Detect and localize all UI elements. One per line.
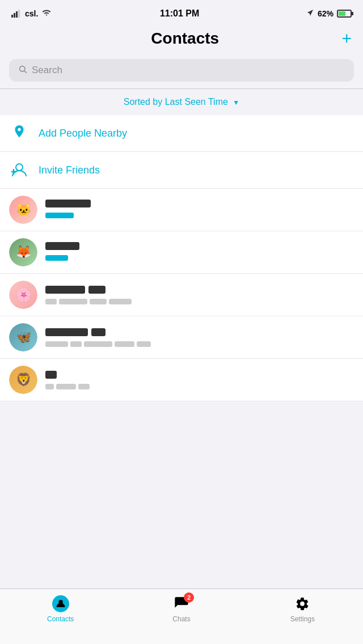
chats-badge: 2 (184, 592, 194, 603)
tab-contacts[interactable]: Contacts (0, 595, 121, 623)
status-battery-area: 62% (307, 9, 352, 18)
svg-line-5 (24, 71, 27, 73)
list-item[interactable]: 🦁 (0, 359, 363, 401)
status-carrier: csl. (11, 9, 52, 18)
svg-rect-2 (16, 11, 18, 18)
contact-sub-2 (56, 384, 76, 389)
svg-point-6 (16, 164, 23, 171)
add-contact-button[interactable]: + (341, 30, 352, 47)
contact-name (45, 328, 88, 336)
status-bar: csl. 11:01 PM 62% (0, 0, 363, 25)
search-container: Search (0, 54, 363, 88)
tab-chats[interactable]: 2 Chats (121, 595, 242, 623)
contact-name (45, 200, 91, 207)
search-icon (18, 65, 27, 76)
sort-label[interactable]: Sorted by Last Seen Time (124, 97, 228, 107)
add-nearby-label: Add People Nearby (39, 128, 127, 139)
contact-sub-2 (70, 341, 82, 347)
wifi-icon (41, 10, 52, 18)
avatar: 🦁 (9, 366, 37, 394)
tab-settings[interactable]: Settings (242, 595, 363, 623)
invite-icon (9, 160, 29, 180)
contact-name-2 (91, 328, 105, 336)
search-placeholder: Search (32, 65, 62, 76)
chats-tab-label: Chats (172, 615, 190, 623)
contact-sub-3 (90, 299, 107, 304)
battery-icon (337, 10, 352, 18)
contact-sub-3 (84, 341, 112, 347)
contact-sub-5 (137, 341, 151, 347)
invite-friends-label: Invite Friends (39, 164, 100, 176)
svg-rect-1 (14, 13, 15, 18)
svg-rect-0 (11, 15, 13, 18)
contact-info (45, 286, 354, 304)
tab-bar: Contacts 2 Chats Settings (0, 588, 363, 644)
contact-sub-4 (115, 341, 134, 347)
contacts-list: Add People Nearby Invite Friends 🐱 (0, 115, 363, 401)
contact-sub-1 (45, 341, 68, 347)
contact-sub-2 (59, 299, 87, 304)
contact-info (45, 328, 354, 347)
chats-tab-icon-wrap: 2 (172, 595, 191, 613)
page-title: Contacts (28, 29, 341, 48)
avatar: 🦋 (9, 323, 37, 351)
contact-sub-4 (109, 299, 132, 304)
contact-name (45, 371, 57, 379)
contact-name-2 (88, 286, 105, 294)
avatar: 🦊 (9, 238, 37, 266)
location-arrow-icon (307, 10, 314, 18)
settings-tab-label: Settings (290, 615, 315, 623)
contact-sub-1 (45, 384, 54, 389)
contact-sub-1 (45, 299, 57, 304)
list-item[interactable]: 🐱 (0, 189, 363, 231)
contacts-tab-icon (52, 595, 69, 612)
svg-rect-3 (18, 10, 20, 18)
contact-info (45, 371, 354, 389)
list-item[interactable]: 🦊 (0, 231, 363, 274)
contacts-tab-icon-wrap (52, 595, 70, 613)
contacts-tab-label: Contacts (47, 615, 74, 623)
contact-status (45, 255, 68, 261)
contact-info (45, 242, 354, 263)
settings-tab-icon (294, 595, 311, 612)
avatar: 🐱 (9, 196, 37, 224)
add-nearby-item[interactable]: Add People Nearby (0, 115, 363, 152)
settings-tab-icon-wrap (293, 595, 311, 613)
contact-info (45, 200, 354, 221)
header: Contacts + (0, 25, 363, 54)
contact-status (45, 213, 74, 218)
contact-name (45, 286, 85, 294)
search-bar[interactable]: Search (9, 59, 354, 82)
avatar: 🌸 (9, 281, 37, 309)
svg-point-4 (20, 66, 25, 71)
sort-arrow-icon[interactable]: ▼ (233, 99, 239, 107)
status-time: 11:01 PM (160, 9, 199, 19)
location-pin-icon (9, 123, 29, 143)
list-item[interactable]: 🌸 (0, 274, 363, 316)
contact-name (45, 242, 79, 250)
invite-friends-item[interactable]: Invite Friends (0, 152, 363, 189)
list-item[interactable]: 🦋 (0, 316, 363, 359)
signal-icon (11, 10, 22, 18)
sort-row[interactable]: Sorted by Last Seen Time ▼ (0, 89, 363, 115)
contact-sub-3 (78, 384, 90, 389)
